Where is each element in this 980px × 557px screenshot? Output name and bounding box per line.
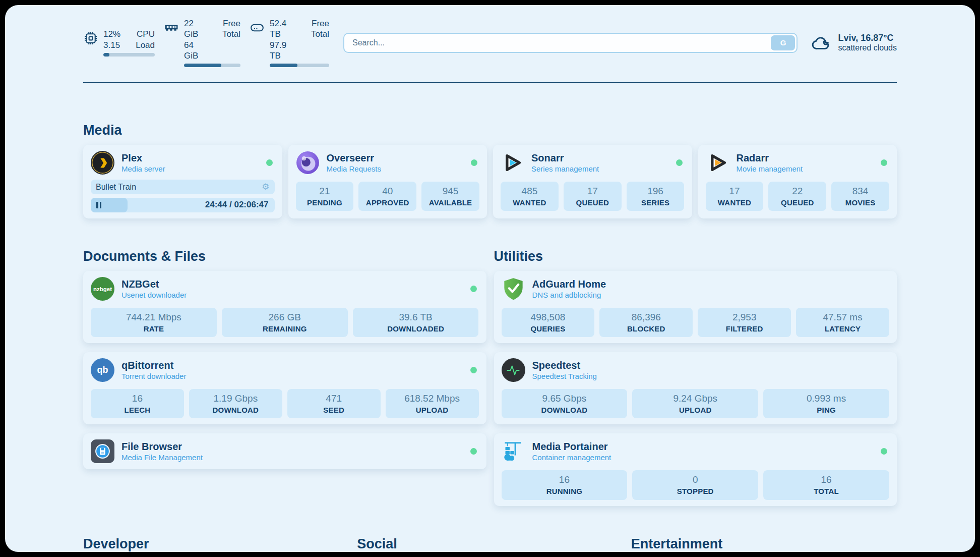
entertainment-column: Entertainment YT YouTube youtube.com NF … — [631, 506, 897, 552]
speedtest-icon — [502, 358, 525, 382]
nzbget-icon: nzbget — [91, 277, 114, 301]
radarr-card[interactable]: Radarr Movie management 17 WANTED 22 QUE… — [698, 145, 897, 218]
plex-card[interactable]: Plex Media server Bullet Train ⚙ 24:44 /… — [83, 145, 282, 218]
stat-downloaded: 39.6 TB DOWNLOADED — [353, 308, 479, 337]
status-dot — [676, 159, 683, 166]
app-name: NZBGet — [121, 278, 187, 291]
disk-icon — [250, 20, 265, 35]
disk-progress-bar — [270, 64, 329, 67]
app-description: Speedtest Tracking — [532, 372, 597, 381]
app-description: DNS and adblocking — [532, 291, 606, 300]
app-description: Usenet downloader — [121, 291, 187, 300]
app-name: Sonarr — [531, 152, 599, 164]
dashboard-content: 12%3.15 CPULoad — [5, 5, 975, 552]
section-title-media: Media — [83, 123, 897, 138]
section-title-developer: Developer — [83, 536, 349, 552]
filebrowser-icon — [91, 439, 114, 463]
weather-widget: Lviv, 16.87°C scattered clouds — [811, 32, 897, 53]
stat-pending: 21 PENDING — [296, 182, 354, 211]
app-name: Media Portainer — [532, 440, 611, 453]
stat-leech: 16 LEECH — [91, 389, 184, 418]
stat-series: 196 SERIES — [627, 182, 685, 211]
stat-latency: 47.57 ms LATENCY — [796, 308, 889, 337]
speedtest-card[interactable]: Speedtest Speedtest Tracking 9.65 Gbps D… — [494, 352, 897, 424]
ram-values: 22 GiB64 GiB — [184, 18, 207, 61]
stat-remaining: 266 GB REMAINING — [222, 308, 348, 337]
overseerr-card[interactable]: Overseerr Media Requests 21 PENDING 40 A… — [288, 145, 487, 218]
adguard-icon — [502, 277, 525, 301]
now-playing-row: Bullet Train ⚙ — [91, 180, 275, 194]
header-divider — [83, 82, 897, 83]
qbittorrent-icon: qb — [91, 358, 114, 382]
stat-queries: 498,508 QUERIES — [502, 308, 595, 337]
stat-wanted: 17 WANTED — [706, 182, 764, 211]
stat-queued: 17 QUEUED — [564, 182, 622, 211]
developer-column: Developer GH Github github.com SO StackO… — [83, 506, 349, 552]
portainer-icon — [502, 439, 525, 463]
portainer-card[interactable]: Media Portainer Container management 16 … — [494, 433, 897, 506]
app-description: Container management — [532, 453, 611, 463]
status-dot — [471, 159, 477, 166]
ram-progress-bar — [184, 64, 240, 67]
stat-seed: 471 SEED — [287, 389, 381, 418]
app-name: Plex — [121, 152, 165, 164]
overseerr-icon — [296, 151, 320, 175]
status-dot — [266, 159, 273, 166]
app-description: Series management — [531, 164, 599, 174]
section-title-social: Social — [357, 536, 623, 552]
app-name: qBittorrent — [121, 359, 186, 372]
disk-labels: FreeTotal — [311, 18, 329, 61]
stat-running: 16 RUNNING — [502, 470, 628, 499]
adguard-card[interactable]: AdGuard Home DNS and adblocking 498,508 … — [494, 271, 897, 343]
stat-blocked: 86,396 BLOCKED — [599, 308, 693, 337]
search-bar: G — [343, 33, 798, 53]
radarr-icon — [706, 151, 729, 175]
app-description: Media File Management — [121, 453, 203, 463]
top-bar: 12%3.15 CPULoad — [83, 5, 897, 67]
dashboard-screen: 12%3.15 CPULoad — [0, 0, 980, 557]
playback-time: 24:44 / 02:06:47 — [205, 200, 269, 210]
status-dot — [470, 286, 477, 292]
weather-location-temp: Lviv, 16.87°C — [838, 33, 897, 43]
stat-queued: 22 QUEUED — [768, 182, 826, 211]
app-description: Movie management — [737, 164, 803, 174]
stat-ping: 0.993 ms PING — [763, 389, 889, 418]
nzbget-card[interactable]: nzbget NZBGet Usenet downloader 744.21 M… — [83, 271, 486, 343]
stat-total: 16 TOTAL — [763, 470, 889, 499]
stat-available: 945 AVAILABLE — [421, 182, 479, 211]
app-name: Overseerr — [327, 152, 381, 164]
qbittorrent-card[interactable]: qb qBittorrent Torrent downloader 16 LEE… — [83, 352, 486, 424]
filebrowser-card[interactable]: File Browser Media File Management — [83, 433, 486, 469]
cloud-icon — [811, 32, 832, 53]
ram-icon — [164, 20, 179, 35]
now-playing-title: Bullet Train — [96, 183, 136, 192]
stat-download: 1.19 Gbps DOWNLOAD — [189, 389, 282, 418]
settings-icon[interactable]: ⚙ — [262, 183, 269, 191]
stat-stopped: 0 STOPPED — [632, 470, 758, 499]
cpu-progress-bar — [103, 53, 155, 57]
stat-wanted: 485 WANTED — [501, 182, 559, 211]
playback-progress-bar[interactable]: 24:44 / 02:06:47 — [91, 198, 275, 212]
status-dot — [881, 159, 887, 166]
cpu-icon — [83, 31, 98, 46]
sonarr-icon — [501, 151, 524, 175]
cpu-stat-widget: 12%3.15 CPULoad — [83, 29, 155, 57]
sonarr-card[interactable]: Sonarr Series management 485 WANTED 17 Q… — [493, 145, 692, 218]
search-input[interactable] — [343, 33, 798, 53]
pause-icon[interactable] — [96, 202, 101, 208]
stat-download: 9.65 Gbps DOWNLOAD — [502, 389, 628, 418]
documents-column: Documents & Files nzbget NZBGet Usenet d… — [83, 218, 486, 469]
section-title-entertainment: Entertainment — [631, 536, 897, 552]
search-engine-button[interactable]: G — [771, 35, 795, 50]
stat-upload: 618.52 Mbps UPLOAD — [386, 389, 479, 418]
status-dot — [881, 448, 887, 455]
app-description: Torrent downloader — [121, 372, 186, 381]
app-name: AdGuard Home — [532, 278, 606, 291]
cpu-labels: CPULoad — [136, 29, 155, 50]
stat-filtered: 2,953 FILTERED — [698, 308, 791, 337]
stat-approved: 40 APPROVED — [358, 182, 416, 211]
stat-upload: 9.24 Gbps UPLOAD — [632, 389, 758, 418]
social-column: Social LI LinkedIn linkedin.com TW Twitt… — [357, 506, 623, 552]
app-name: Speedtest — [532, 359, 597, 372]
app-name: File Browser — [121, 440, 203, 453]
